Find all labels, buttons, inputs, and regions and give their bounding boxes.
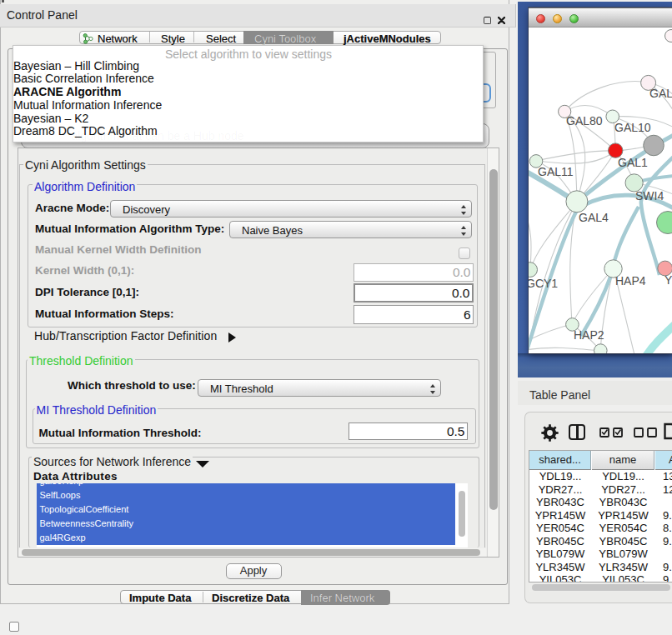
svg-text:GAL1: GAL1	[618, 156, 648, 169]
svg-text:Y: Y	[664, 273, 672, 287]
svg-text:HAP2: HAP2	[574, 328, 604, 342]
svg-text:GCY1: GCY1	[529, 277, 558, 290]
svg-text:GAL80: GAL80	[566, 114, 603, 128]
svg-text:GAL4: GAL4	[579, 211, 609, 224]
svg-text:HAP4: HAP4	[615, 274, 646, 288]
svg-text:GAL11: GAL11	[538, 165, 574, 178]
svg-text:SWI4: SWI4	[635, 189, 664, 202]
svg-text:GAL10: GAL10	[614, 121, 651, 134]
svg-text:GAL7: GAL7	[649, 87, 672, 100]
